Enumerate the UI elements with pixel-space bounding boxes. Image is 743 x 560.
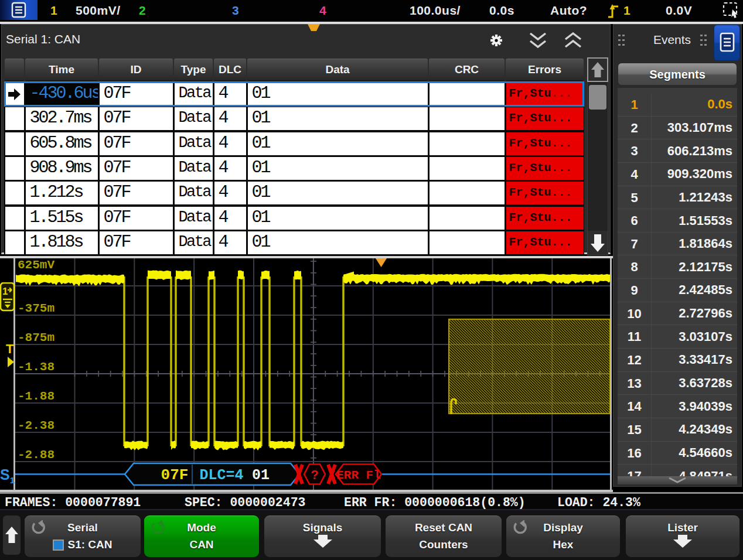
svg-text:01: 01 <box>252 467 270 484</box>
svg-text:-2.38: -2.38 <box>18 419 54 432</box>
svg-text:ERR Fl: ERR Fl <box>336 469 381 482</box>
svg-text:-375m: -375m <box>18 302 54 315</box>
svg-text:625mV: 625mV <box>18 258 54 272</box>
svg-text:1: 1 <box>2 286 8 297</box>
svg-text:-1.88: -1.88 <box>18 390 54 403</box>
svg-text:-2.88: -2.88 <box>18 448 54 462</box>
svg-text:07F: 07F <box>161 466 189 484</box>
svg-text:-1.38: -1.38 <box>18 360 54 374</box>
svg-text:?: ? <box>311 469 318 483</box>
svg-text:-875m: -875m <box>18 331 54 344</box>
svg-text:DLC=4: DLC=4 <box>199 467 243 484</box>
